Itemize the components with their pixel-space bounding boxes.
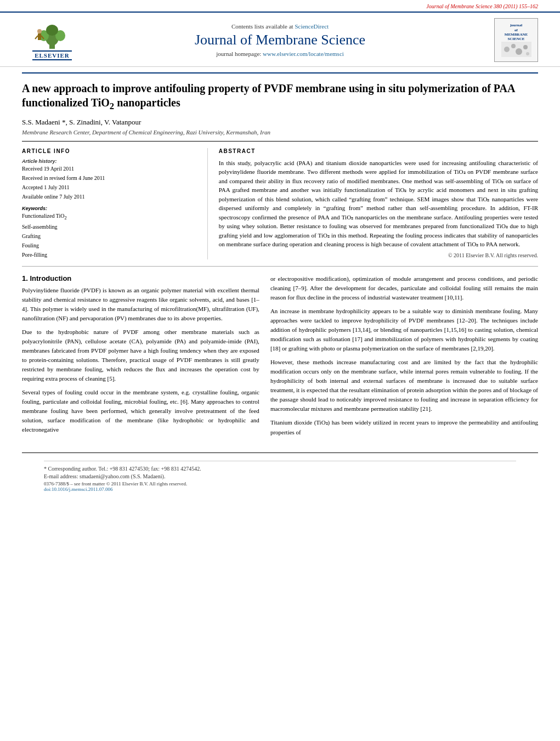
elsevier-tree-icon xyxy=(33,20,71,50)
right-para-1: or electropositive modification), optimi… xyxy=(270,274,538,302)
svg-point-12 xyxy=(516,48,522,55)
history-label: Article history: xyxy=(22,159,196,164)
kw-5: Pore-filling xyxy=(22,250,196,259)
journal-ref-bar: Journal of Membrane Science 380 (2011) 1… xyxy=(0,0,560,12)
header-right: journalofMEMBRANESCIENCE xyxy=(478,18,538,62)
email-address: smadaeni@yahoo.com (S.S. Madaeni). xyxy=(80,473,165,479)
header-left: ELSEVIER xyxy=(22,20,82,60)
right-para-2: An increase in membrane hydrophilicity a… xyxy=(270,307,538,353)
footnote-text: * Corresponding author. Tel.: +98 831 42… xyxy=(44,466,201,472)
article-title-section: A new approach to improve antifouling pr… xyxy=(22,72,538,142)
copyright-line: © 2011 Elsevier B.V. All rights reserved… xyxy=(219,252,538,258)
footer-divider xyxy=(44,461,516,461)
footer-issn: 0376-7388/$ – see front matter © 2011 El… xyxy=(44,481,516,487)
svg-point-10 xyxy=(504,47,510,52)
journal-header: ELSEVIER Contents lists available at Sci… xyxy=(0,12,560,67)
article-info-header: ARTICLE INFO xyxy=(22,148,196,154)
homepage-link[interactable]: www.elsevier.com/locate/memsci xyxy=(263,50,344,57)
header-center: Contents lists available at ScienceDirec… xyxy=(82,23,478,57)
journal-homepage: journal homepage: www.elsevier.com/locat… xyxy=(82,50,478,57)
kw-4: Fouling xyxy=(22,241,196,250)
doi-link[interactable]: doi:10.1016/j.memsci.2011.07.006 xyxy=(44,487,112,492)
svg-rect-6 xyxy=(38,33,41,40)
body-content: 1. Introduction Polyvinylidene fluoride … xyxy=(22,274,538,442)
abstract-header: ABSTRACT xyxy=(219,148,538,154)
article-info-col: ARTICLE INFO Article history: Received 1… xyxy=(22,148,208,259)
article-title: A new approach to improve antifouling pr… xyxy=(22,81,538,112)
footer-doi: doi:10.1016/j.memsci.2011.07.006 xyxy=(44,487,516,492)
section-number: 1. xyxy=(22,274,28,282)
kw-3: Grafting xyxy=(22,231,196,241)
journal-title: Journal of Membrane Science xyxy=(82,32,478,48)
keywords-list: Functionalized TiO2 Self-assembling Graf… xyxy=(22,211,196,259)
contents-text: Contents lists available at xyxy=(231,23,293,30)
article-title-text: A new approach to improve antifouling pr… xyxy=(22,82,514,109)
journal-logo-title: journalofMEMBRANESCIENCE xyxy=(505,23,528,42)
footnote-email: E-mail address: smadaeni@yahoo.com (S.S.… xyxy=(44,473,516,479)
right-para-4: Titanium dioxide (TiO₂) has been widely … xyxy=(270,418,538,437)
authors: S.S. Madaeni *, S. Zinadini, V. Vatanpou… xyxy=(22,118,538,127)
info-section: ARTICLE INFO Article history: Received 1… xyxy=(22,142,538,267)
kw-1: Functionalized TiO2 xyxy=(22,211,196,222)
accepted-date: Accepted 1 July 2011 xyxy=(22,183,196,192)
svg-point-14 xyxy=(526,52,529,55)
available-date: Available online 7 July 2011 xyxy=(22,192,196,201)
svg-point-13 xyxy=(523,45,528,49)
sciencedirect-link[interactable]: ScienceDirect xyxy=(295,23,329,30)
abstract-text: In this study, polyacrylic acid (PAA) an… xyxy=(219,159,538,249)
page-wrapper: Journal of Membrane Science 380 (2011) 1… xyxy=(0,0,560,741)
keywords-label: Keywords: xyxy=(22,206,196,211)
journal-logo-graphic xyxy=(501,42,531,57)
svg-point-5 xyxy=(37,29,42,33)
elsevier-logo: ELSEVIER xyxy=(22,20,82,60)
intro-para-2: Due to the hydrophobic nature of PVDF am… xyxy=(22,327,259,383)
journal-logo-box: journalofMEMBRANESCIENCE xyxy=(494,18,538,62)
section-title: Introduction xyxy=(30,274,71,282)
revised-date: Received in revised form 4 June 2011 xyxy=(22,173,196,183)
email-label: E-mail address: xyxy=(44,473,78,479)
contents-line: Contents lists available at ScienceDirec… xyxy=(82,23,478,30)
abstract-col: ABSTRACT In this study, polyacrylic acid… xyxy=(208,148,538,259)
homepage-label: journal homepage: xyxy=(216,50,263,57)
footnote-author: * Corresponding author. Tel.: +98 831 42… xyxy=(44,466,516,472)
authors-text: S.S. Madaeni *, S. Zinadini, V. Vatanpou… xyxy=(22,118,141,126)
received-date: Received 19 April 2011 xyxy=(22,164,196,173)
svg-line-7 xyxy=(35,36,38,39)
intro-para-1: Polyvinylidene fluoride (PVDF) is known … xyxy=(22,286,259,323)
svg-point-11 xyxy=(511,44,516,48)
keywords-section: Keywords: Functionalized TiO2 Self-assem… xyxy=(22,206,196,259)
kw-2: Self-assembling xyxy=(22,222,196,231)
history-dates: Received 19 April 2011 Received in revis… xyxy=(22,164,196,201)
svg-point-4 xyxy=(46,25,58,36)
right-para-3: However, these methods increase manufact… xyxy=(270,358,538,414)
article-content: A new approach to improve antifouling pr… xyxy=(0,67,560,503)
elsevier-brand-text: ELSEVIER xyxy=(32,50,72,60)
journal-ref-text: Journal of Membrane Science 380 (2011) 1… xyxy=(426,3,538,9)
body-right: or electropositive modification), optimi… xyxy=(270,274,538,442)
page-footer: * Corresponding author. Tel.: +98 831 42… xyxy=(22,452,538,492)
affiliation: Membrane Research Center, Department of … xyxy=(22,129,538,135)
intro-section-header: 1. Introduction xyxy=(22,274,259,282)
body-left: 1. Introduction Polyvinylidene fluoride … xyxy=(22,274,259,442)
intro-para-3: Several types of fouling could occur in … xyxy=(22,388,259,434)
